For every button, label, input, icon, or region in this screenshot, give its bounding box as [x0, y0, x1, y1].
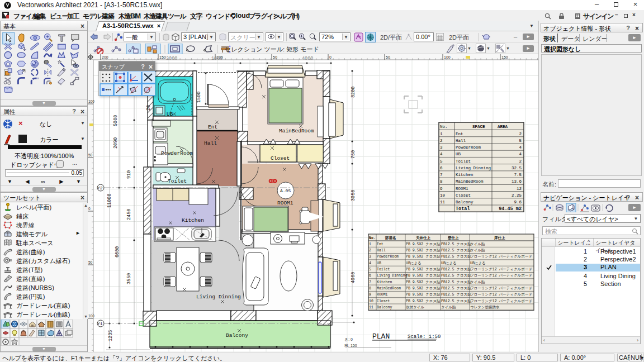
svg-text:750: 750 [351, 150, 356, 159]
svg-text:Y1: Y1 [97, 321, 103, 326]
svg-text:Living Dinning: Living Dinning [196, 294, 241, 300]
svg-text:9: 9 [440, 187, 443, 191]
svg-text:Kitchen: Kitchen [377, 280, 392, 284]
svg-text:PB 9.5X2 クロス貼: PB 9.5X2 クロス貼 [406, 280, 441, 284]
svg-text:1500: 1500 [196, 92, 202, 103]
svg-text:タイル貼: タイル貼 [470, 242, 485, 246]
svg-text:1235: 1235 [108, 330, 113, 341]
svg-text:PB 9.5X2 クロス貼: PB 9.5X2 クロス貼 [406, 292, 441, 297]
svg-text:部屋名: 部屋名 [385, 236, 396, 240]
svg-text:ROOM1: ROOM1 [277, 200, 293, 206]
svg-text:フローリング12 パーティクルボード: フローリング12 パーティクルボード [470, 273, 532, 278]
svg-text:50: 50 [386, 55, 390, 59]
svg-text:5000: 5000 [113, 115, 119, 126]
svg-text:1: 1 [440, 132, 443, 136]
svg-text:Living Dinning: Living Dinning [456, 166, 491, 170]
svg-text:4: 4 [440, 152, 443, 156]
svg-text:8: 8 [440, 179, 443, 184]
svg-text:SPACE: SPACE [472, 125, 485, 129]
svg-text:PB12.5 クロス貼: PB12.5 クロス貼 [441, 286, 471, 290]
svg-text:MainBedRoom: MainBedRoom [377, 287, 401, 290]
svg-text:2000: 2000 [166, 56, 177, 61]
svg-text:7.5: 7.5 [514, 173, 522, 177]
svg-text:Closet: Closet [271, 155, 290, 161]
svg-text:4: 4 [369, 261, 371, 265]
svg-text:2: 2 [519, 132, 522, 136]
svg-text:UBによる: UBによる [441, 261, 457, 265]
svg-text:Ent: Ent [456, 132, 463, 136]
svg-text:PB12.5 クロス貼: PB12.5 クロス貼 [441, 292, 471, 297]
svg-text:2: 2 [440, 139, 443, 143]
svg-text:Balcony: Balcony [377, 306, 392, 309]
svg-text:床仕上: 床仕上 [494, 236, 505, 240]
svg-text:13.6: 13.6 [512, 179, 522, 184]
svg-text:PB12.5 クロス貼: PB12.5 クロス貼 [441, 273, 471, 278]
svg-text:PB 9.5X2 クロス貼: PB 9.5X2 クロス貼 [406, 273, 441, 278]
svg-text:壁仕上: 壁仕上 [447, 236, 459, 240]
svg-text:UBによる: UBによる [406, 261, 422, 265]
svg-text:100: 100 [88, 99, 94, 103]
svg-text:1000: 1000 [211, 56, 222, 61]
svg-text:タイル貼: タイル貼 [441, 305, 456, 309]
svg-text:6: 6 [369, 274, 371, 278]
svg-text:100: 100 [444, 55, 451, 59]
svg-text:フローリング12 パーティクルボード: フローリング12 パーティクルボード [470, 299, 532, 303]
svg-text:吹付タイル: 吹付タイル [406, 305, 424, 309]
svg-text:Scale: 1:50: Scale: 1:50 [408, 334, 441, 340]
svg-text:MainBedRoom: MainBedRoom [456, 179, 484, 184]
svg-text:4: 4 [519, 145, 522, 150]
svg-text:50: 50 [88, 153, 93, 157]
svg-text:Ent: Ent [377, 242, 383, 246]
svg-text:Ent: Ent [208, 124, 217, 130]
svg-text:6: 6 [440, 166, 443, 170]
svg-text:PB12.5 クロス貼: PB12.5 クロス貼 [441, 267, 471, 272]
svg-text:PB12.5 クロス貼: PB12.5 クロス貼 [441, 280, 471, 284]
svg-text:Closet: Closet [377, 299, 390, 303]
svg-text:PB 9.5X2 クロス貼: PB 9.5X2 クロス貼 [406, 267, 441, 272]
svg-text:Living Dinning: Living Dinning [377, 274, 408, 278]
svg-text:4000: 4000 [302, 56, 313, 61]
svg-text:4000: 4000 [351, 272, 356, 283]
svg-text:Total: Total [456, 206, 470, 212]
svg-text:0: 0 [329, 55, 332, 59]
svg-text:32.5: 32.5 [512, 166, 522, 170]
svg-text:Closet: Closet [456, 193, 471, 198]
svg-text:20: 20 [146, 105, 151, 111]
svg-text:PLAN: PLAN [372, 332, 390, 341]
svg-text:Kitchen: Kitchen [182, 217, 204, 223]
svg-text:フローリング12 パーティクルボード: フローリング12 パーティクルボード [470, 286, 532, 290]
svg-text:9: 9 [369, 293, 371, 297]
svg-text:3: 3 [440, 145, 443, 150]
svg-text:150: 150 [501, 55, 508, 59]
svg-text:PowderRoom: PowderRoom [377, 255, 399, 259]
svg-text:2.25: 2.25 [512, 193, 522, 198]
svg-text:2090: 2090 [113, 137, 119, 149]
svg-text:Hall: Hall [377, 249, 386, 253]
svg-text:Balcony: Balcony [456, 200, 473, 204]
svg-text:Hall: Hall [456, 139, 466, 143]
svg-text:タイル貼: タイル貼 [470, 248, 485, 253]
svg-text:9.6: 9.6 [514, 200, 522, 204]
svg-text:No.: No. [440, 125, 448, 129]
svg-text:1: 1 [369, 242, 371, 246]
svg-text:UB: UB [456, 152, 461, 156]
svg-text:5: 5 [369, 268, 371, 272]
svg-text:Toilet: Toilet [168, 178, 187, 184]
svg-text:94.45 m2: 94.45 m2 [499, 206, 522, 212]
svg-text:3: 3 [369, 255, 371, 259]
svg-text:UB: UB [167, 111, 173, 117]
svg-text:ウレタン塗膜防水: ウレタン塗膜防水 [470, 305, 500, 309]
svg-text:PowderRoom: PowderRoom [161, 150, 193, 156]
svg-text:Toilet: Toilet [377, 268, 390, 272]
svg-text:Y2: Y2 [97, 185, 103, 190]
svg-text:PB 9.5X2 クロス貼: PB 9.5X2 クロス貼 [406, 254, 441, 259]
svg-text:PB12.5 クロス貼: PB12.5 クロス貼 [441, 242, 471, 246]
svg-text:AREA: AREA [498, 125, 508, 129]
svg-text:5: 5 [440, 159, 443, 164]
svg-text:2450: 2450 [126, 209, 132, 220]
svg-text:Kitchen: Kitchen [456, 173, 473, 177]
svg-text:MainBedRoom: MainBedRoom [279, 128, 314, 134]
svg-text:4: 4 [519, 152, 522, 156]
svg-text:A.05: A.05 [280, 188, 291, 193]
svg-text:12: 12 [517, 187, 522, 191]
